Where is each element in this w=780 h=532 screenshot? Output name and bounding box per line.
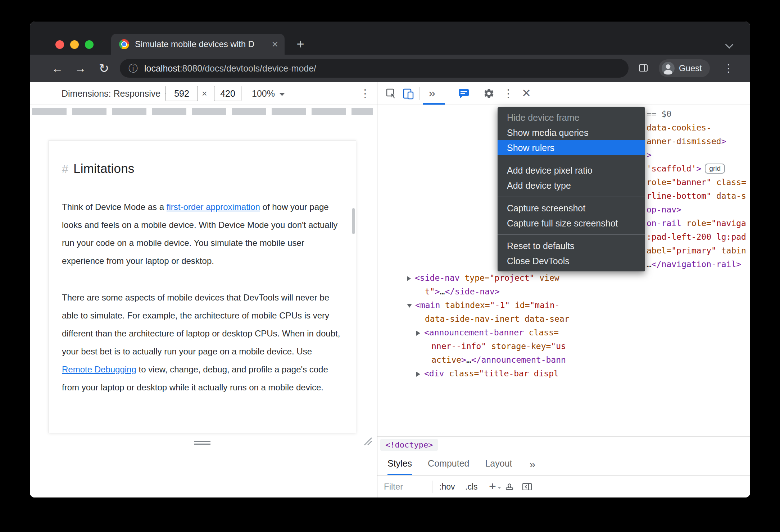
tab-layout[interactable]: Layout: [485, 453, 512, 475]
code-token: …: [647, 260, 652, 269]
code-line[interactable]: <announcement-banner class=: [377, 326, 750, 339]
code-token: == $0: [647, 109, 671, 119]
feedback-icon[interactable]: [456, 87, 472, 100]
menu-item-capture-screenshot[interactable]: Capture screenshot: [498, 201, 645, 216]
site-info-icon[interactable]: ⓘ: [128, 62, 138, 75]
code-token: type=: [464, 273, 489, 283]
code-token: active: [431, 355, 461, 364]
profile-label: Guest: [679, 63, 702, 73]
more-tabs-button[interactable]: »: [425, 82, 439, 105]
browser-tab[interactable]: Simulate mobile devices with D ×: [111, 34, 285, 55]
code-token: class=: [716, 178, 746, 187]
browser-menu-button[interactable]: ⋮: [721, 60, 736, 77]
back-button[interactable]: ←: [49, 60, 66, 77]
code-token: abel=: [647, 246, 671, 255]
tab-close-icon[interactable]: ×: [272, 39, 278, 50]
chevron-down-icon: [498, 487, 501, 489]
expand-arrow-icon[interactable]: [407, 276, 411, 281]
code-line[interactable]: nner--info" storage-key="us: [377, 339, 750, 353]
code-line[interactable]: active>…</announcement-bann: [377, 353, 750, 367]
inspect-element-icon[interactable]: [383, 87, 399, 100]
code-token: role=: [647, 178, 671, 187]
viewport-resize-handle[interactable]: [194, 441, 210, 445]
devtools-menu-button[interactable]: ⋮: [501, 85, 516, 102]
menu-item-add-device-pixel-ratio[interactable]: Add device pixel ratio: [498, 163, 645, 178]
code-token: data-side-nav-inert data-sear: [425, 314, 570, 324]
viewport-height-input[interactable]: [214, 86, 241, 101]
code-token: <main: [415, 301, 445, 310]
menu-item-show-media-queries[interactable]: Show media queries: [498, 125, 645, 140]
zoom-dropdown[interactable]: 100%: [252, 82, 285, 105]
code-line[interactable]: <side-nav type="project" view: [377, 271, 750, 285]
tab-computed[interactable]: Computed: [428, 453, 469, 475]
styles-tabs-row: StylesComputedLayout »: [377, 453, 750, 475]
heading-anchor-hash[interactable]: #: [62, 162, 68, 175]
code-line[interactable]: data-side-nav-inert data-sear: [377, 312, 750, 326]
forward-button[interactable]: →: [72, 60, 89, 77]
doc-link[interactable]: Remote Debugging: [62, 364, 136, 374]
menu-item-add-device-type[interactable]: Add device type: [498, 178, 645, 193]
code-token: "naviga: [711, 219, 746, 228]
navigation-bar: ← → ↻ ⓘ localhost:8080/docs/devtools/dev…: [30, 55, 750, 82]
code-line[interactable]: t">…</side-nav>: [377, 285, 750, 298]
device-toolbar-more-options-button[interactable]: ⋮: [358, 85, 372, 102]
code-token: :pad-left-200 lg:pad: [647, 232, 746, 242]
menu-item-capture-full-size-screenshot[interactable]: Capture full size screenshot: [498, 216, 645, 231]
avatar: [662, 62, 675, 75]
menu-item-hide-device-frame[interactable]: Hide device frame: [498, 110, 645, 125]
viewport-width-input[interactable]: [165, 86, 198, 101]
code-token: >: [435, 287, 440, 296]
minimize-window-button[interactable]: [70, 40, 79, 49]
tab-search-chevron-icon[interactable]: [725, 41, 734, 49]
chevron-down-icon: [279, 93, 285, 96]
code-token: "primary": [671, 246, 716, 255]
toggle-device-toolbar-icon[interactable]: [400, 87, 416, 100]
menu-separator: [498, 197, 645, 197]
tab-styles[interactable]: Styles: [387, 453, 412, 475]
device-toolbar: Dimensions: Responsive × 100% ⋮: [30, 82, 377, 105]
code-token: >: [461, 355, 466, 364]
code-line[interactable]: <main tabindex="-1" id="main-: [377, 298, 750, 312]
code-token: [534, 273, 539, 283]
reload-button[interactable]: ↻: [95, 60, 113, 77]
expand-arrow-icon[interactable]: [416, 372, 420, 377]
grid-badge[interactable]: grid: [705, 164, 725, 174]
expand-arrow-icon[interactable]: [416, 331, 420, 336]
toggle-sidebar-icon[interactable]: [521, 481, 533, 494]
maximize-window-button[interactable]: [85, 40, 94, 49]
filter-separator: [432, 481, 432, 493]
code-line[interactable]: <div class="title-bar displ: [377, 367, 750, 380]
code-token: data-s: [716, 191, 746, 201]
menu-item-reset-to-defaults[interactable]: Reset to defaults: [498, 238, 645, 253]
page-scrollbar-thumb[interactable]: [352, 208, 355, 234]
code-token: rline-bottom": [647, 191, 711, 201]
collapse-arrow-icon[interactable]: [407, 304, 412, 308]
code-token: 'scaffold': [647, 164, 696, 173]
url-bar[interactable]: ⓘ localhost:8080/docs/devtools/device-mo…: [120, 59, 629, 78]
new-tab-button[interactable]: +: [293, 37, 308, 52]
close-devtools-button[interactable]: ×: [518, 82, 534, 105]
ruler-bar: [32, 108, 373, 115]
profile-button[interactable]: Guest: [659, 59, 710, 77]
close-window-button[interactable]: [55, 40, 64, 49]
dimensions-times-separator: ×: [202, 82, 207, 105]
doc-link[interactable]: first-order approximation: [167, 202, 260, 212]
rendering-emulation-icon[interactable]: [504, 481, 515, 493]
breadcrumb-doctype[interactable]: <!doctype>: [380, 439, 438, 451]
code-token: role=: [686, 219, 711, 228]
viewport-corner-resize-grip[interactable]: [362, 435, 372, 447]
element-classes-button[interactable]: .cls: [465, 476, 478, 497]
more-panels-button[interactable]: »: [530, 453, 536, 475]
code-token: view: [539, 273, 559, 283]
code-token: [716, 246, 721, 255]
toggle-element-state-button[interactable]: :hov: [439, 476, 455, 497]
side-panel-icon[interactable]: [638, 63, 649, 75]
new-style-rule-button[interactable]: +: [489, 476, 501, 497]
menu-item-show-rulers[interactable]: Show rulers: [498, 140, 645, 155]
settings-gear-icon[interactable]: [481, 87, 497, 100]
menu-item-close-devtools[interactable]: Close DevTools: [498, 253, 645, 269]
dimensions-dropdown[interactable]: Dimensions: Responsive: [62, 82, 171, 105]
code-token: "title-bar displ: [479, 369, 559, 378]
menu-separator: [498, 159, 645, 159]
styles-filter-input[interactable]: [384, 479, 427, 494]
